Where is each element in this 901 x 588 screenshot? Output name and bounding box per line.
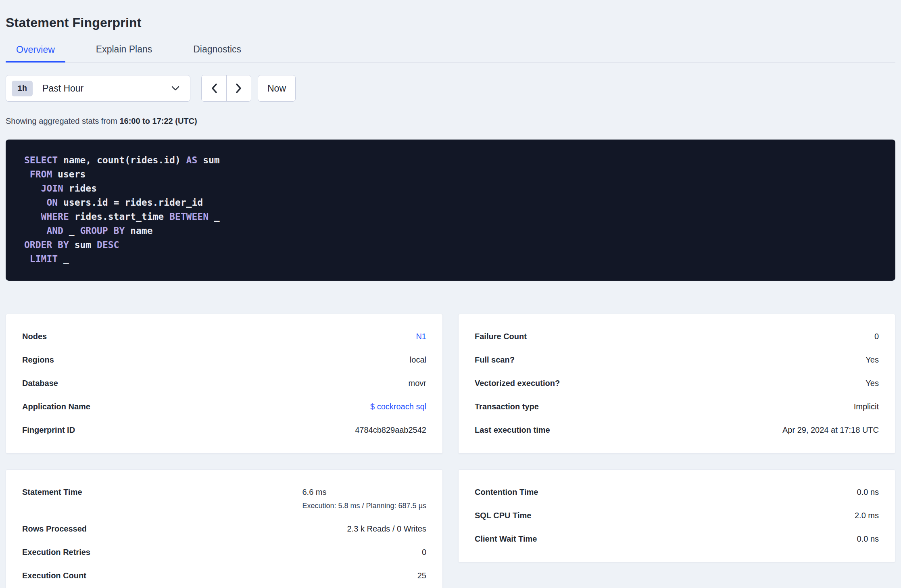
time-range-badge: 1h	[12, 81, 33, 96]
nodes-link[interactable]: N1	[416, 332, 426, 341]
time-step-buttons	[201, 75, 251, 102]
stat-row-database: Databasemovr	[22, 379, 426, 388]
stat-value: 4784cb829aab2542	[355, 425, 426, 435]
sql-statement-box: SELECT name, count(rides.id) AS sum FROM…	[6, 140, 895, 281]
tab-explain-plans[interactable]: Explain Plans	[86, 44, 163, 62]
statement-stats-card: Statement Time6.6 msExecution: 5.8 ms / …	[6, 469, 443, 588]
stats-line-range: 16:00 to 17:22 (UTC)	[119, 117, 197, 125]
sql-line: JOIN rides	[24, 181, 877, 196]
stat-row-fingerprint-id: Fingerprint ID4784cb829aab2542	[22, 425, 426, 435]
stat-label: Execution Count	[22, 571, 86, 580]
chevron-right-icon	[235, 83, 243, 94]
stat-row-transaction-type: Transaction typeImplicit	[475, 402, 879, 411]
stat-row-client-wait-time: Client Wait Time0.0 ns	[475, 534, 879, 544]
stat-value: 0.0 ns	[857, 534, 879, 544]
next-time-button[interactable]	[226, 75, 251, 101]
stat-value: movr	[409, 379, 426, 388]
now-button[interactable]: Now	[258, 75, 296, 102]
stat-label: SQL CPU Time	[475, 511, 531, 520]
sql-line: LIMIT _	[24, 252, 877, 266]
sql-line: FROM users	[24, 167, 877, 181]
time-picker-row: 1h Past Hour	[6, 75, 895, 102]
stat-row-full-scan: Full scan?Yes	[475, 355, 879, 365]
stat-label: Nodes	[22, 332, 47, 341]
stat-row-rows-processed: Rows Processed2.3 k Reads / 0 Writes	[22, 524, 426, 534]
stat-value: 2.0 ms	[855, 511, 879, 520]
stats-line-prefix: Showing aggregated stats from	[6, 117, 119, 125]
stat-value: 0	[874, 332, 879, 341]
sql-line: ON users.id = rides.rider_id	[24, 196, 877, 210]
stat-subvalue: Execution: 5.8 ms / Planning: 687.5 µs	[302, 502, 426, 510]
tab-diagnostics[interactable]: Diagnostics	[183, 44, 252, 62]
stat-label: Execution Retries	[22, 548, 90, 557]
stat-value: 25	[417, 571, 426, 580]
timing-stats-card: Contention Time0.0 nsSQL CPU Time2.0 msC…	[458, 469, 895, 563]
stat-label: Transaction type	[475, 402, 539, 411]
stat-label: Regions	[22, 355, 54, 365]
stat-label: Last execution time	[475, 425, 550, 435]
stat-row-contention-time: Contention Time0.0 ns	[475, 488, 879, 497]
tab-bar: Overview Explain Plans Diagnostics	[6, 44, 895, 63]
stat-label: Application Name	[22, 402, 90, 411]
stat-value: Apr 29, 2024 at 17:18 UTC	[782, 425, 879, 435]
stat-value: 0	[422, 548, 426, 557]
stat-row-regions: Regionslocal	[22, 355, 426, 365]
summary-cards-grid: NodesN1RegionslocalDatabasemovrApplicati…	[6, 314, 895, 588]
stat-value: 6.6 ms	[302, 488, 326, 496]
execution-attributes-card: Failure Count0Full scan?YesVectorized ex…	[458, 314, 895, 454]
time-range-dropdown[interactable]: 1h Past Hour	[6, 75, 190, 102]
stat-label: Full scan?	[475, 355, 515, 365]
stat-label: Failure Count	[475, 332, 527, 341]
stat-row-application-name: Application Name$ cockroach sql	[22, 402, 426, 411]
stat-label: Rows Processed	[22, 524, 87, 534]
stat-label: Statement Time	[22, 488, 82, 497]
stat-value: local	[410, 355, 426, 365]
tab-overview[interactable]: Overview	[6, 44, 65, 63]
sql-line: WHERE rides.start_time BETWEEN _	[24, 210, 877, 224]
stat-row-vectorized-execution: Vectorized execution?Yes	[475, 379, 879, 388]
stat-value: 0.0 ns	[857, 488, 879, 497]
stat-label: Fingerprint ID	[22, 425, 75, 435]
stat-value: Yes	[866, 379, 879, 388]
stat-value-group: 6.6 msExecution: 5.8 ms / Planning: 687.…	[302, 488, 426, 510]
stat-row-execution-retries: Execution Retries0	[22, 548, 426, 557]
stat-value: Yes	[866, 355, 879, 365]
previous-time-button[interactable]	[202, 75, 226, 101]
application-name-link[interactable]: $ cockroach sql	[370, 402, 426, 411]
statement-details-card: NodesN1RegionslocalDatabasemovrApplicati…	[6, 314, 443, 454]
stat-row-last-execution-time: Last execution timeApr 29, 2024 at 17:18…	[475, 425, 879, 435]
stat-value: Implicit	[854, 402, 879, 411]
stat-row-failure-count: Failure Count0	[475, 332, 879, 341]
aggregated-stats-line: Showing aggregated stats from 16:00 to 1…	[6, 117, 895, 126]
stat-row-sql-cpu-time: SQL CPU Time2.0 ms	[475, 511, 879, 520]
time-range-label: Past Hour	[42, 83, 171, 94]
page-title: Statement Fingerprint	[6, 15, 895, 30]
chevron-left-icon	[210, 83, 218, 94]
stat-label: Contention Time	[475, 488, 538, 497]
sql-line: AND _ GROUP BY name	[24, 224, 877, 238]
stat-row-statement-time: Statement Time6.6 msExecution: 5.8 ms / …	[22, 488, 426, 510]
stat-value: 2.3 k Reads / 0 Writes	[347, 524, 426, 534]
stat-label: Vectorized execution?	[475, 379, 560, 388]
stat-row-nodes: NodesN1	[22, 332, 426, 341]
stat-label: Database	[22, 379, 58, 388]
sql-line: ORDER BY sum DESC	[24, 238, 877, 252]
statement-fingerprint-page: Statement Fingerprint Overview Explain P…	[0, 15, 901, 588]
stat-label: Client Wait Time	[475, 534, 537, 544]
sql-line: SELECT name, count(rides.id) AS sum	[24, 153, 877, 167]
stat-row-execution-count: Execution Count25	[22, 571, 426, 580]
chevron-down-icon	[171, 85, 180, 92]
